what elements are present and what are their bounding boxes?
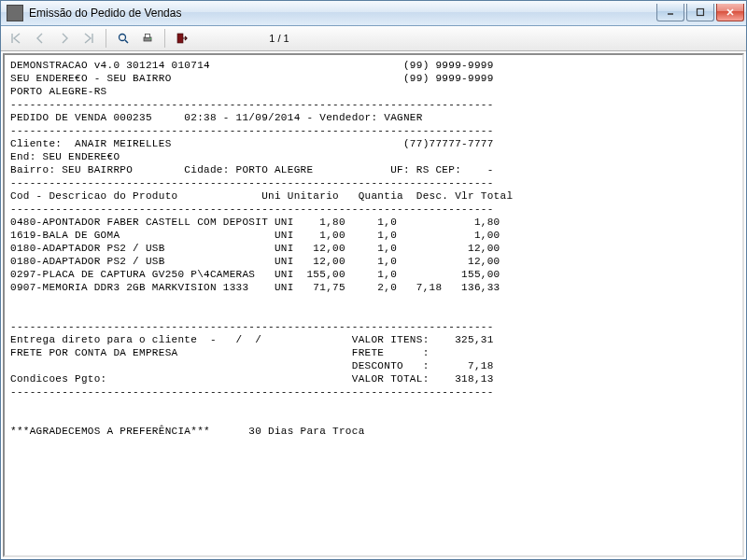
last-page-button[interactable]: [78, 27, 100, 49]
magnifier-icon: [117, 32, 130, 45]
maximize-icon: [696, 7, 705, 17]
svg-rect-1: [698, 9, 704, 16]
report-body: DEMONSTRACAO v4.0 301214 010714 (99) 999…: [5, 55, 742, 441]
toolbar: 1 / 1: [1, 26, 746, 51]
next-page-button[interactable]: [53, 27, 76, 49]
report-viewport[interactable]: DEMONSTRACAO v4.0 301214 010714 (99) 999…: [3, 53, 744, 557]
last-page-icon: [82, 32, 95, 45]
svg-rect-7: [146, 35, 150, 38]
toolbar-separator: [164, 29, 165, 48]
page-indicator: 1 / 1: [242, 33, 317, 44]
title-bar: Emissão do Pedido de Vendas: [1, 1, 746, 26]
svg-rect-9: [177, 34, 183, 43]
exit-icon: [176, 32, 189, 45]
maximize-button[interactable]: [686, 4, 714, 21]
svg-line-5: [125, 40, 128, 43]
zoom-button[interactable]: [112, 27, 134, 49]
prev-page-icon: [34, 32, 47, 45]
print-button[interactable]: [136, 27, 159, 49]
svg-point-8: [149, 38, 151, 40]
close-button[interactable]: [716, 4, 744, 21]
window-frame: Emissão do Pedido de Vendas 1 / 1 DEMONS…: [0, 0, 747, 560]
printer-icon: [141, 32, 154, 45]
window-title: Emissão do Pedido de Vendas: [29, 7, 655, 20]
app-icon: [7, 5, 23, 21]
first-page-button[interactable]: [5, 27, 27, 49]
window-buttons: [655, 4, 744, 22]
next-page-icon: [58, 32, 71, 45]
prev-page-button[interactable]: [29, 27, 51, 49]
exit-button[interactable]: [171, 27, 193, 49]
first-page-icon: [9, 32, 22, 45]
minimize-button[interactable]: [656, 4, 684, 21]
minimize-icon: [666, 7, 675, 17]
svg-point-4: [120, 35, 126, 41]
toolbar-separator: [106, 29, 106, 48]
close-icon: [726, 7, 735, 17]
